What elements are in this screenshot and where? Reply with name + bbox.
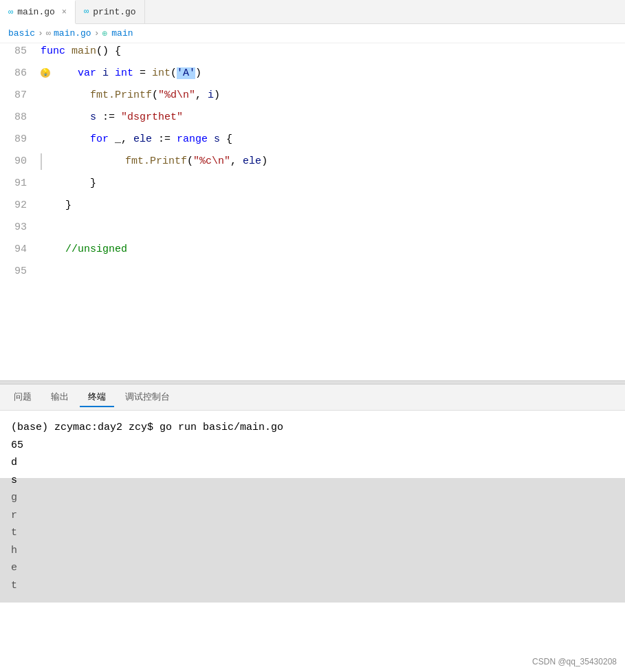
tab-print-go[interactable]: ∞ print.go: [76, 0, 145, 24]
tab-main-go[interactable]: ∞ main.go ×: [0, 0, 76, 24]
line-num-93: 93: [0, 219, 38, 236]
line-content-94: //unsigned: [38, 241, 625, 258]
terminal-output-h: h: [11, 542, 614, 560]
terminal-output-g: g: [11, 489, 614, 507]
line-content-90: fmt.Printf("%c\n", ele): [38, 153, 625, 170]
terminal-output-65: 65: [11, 437, 614, 455]
code-line-90: 90 fmt.Printf("%c\n", ele): [0, 153, 625, 175]
code-line-89: 89 for _, ele := range s {: [0, 131, 625, 153]
close-tab-button[interactable]: ×: [62, 8, 67, 17]
breadcrumb-main-go[interactable]: main.go: [54, 28, 91, 39]
breadcrumb-main-fn[interactable]: main: [111, 28, 133, 39]
line-num-95: 95: [0, 263, 38, 280]
line-num-92: 92: [0, 197, 38, 214]
code-line-94: 94 //unsigned: [0, 241, 625, 263]
breadcrumb-symbol-icon: ⊕: [102, 28, 107, 39]
line-content-86: 💡 var i int = int('A'): [38, 65, 625, 82]
bottom-tab-terminal[interactable]: 终端: [80, 388, 114, 407]
code-line-93: 93: [0, 219, 625, 241]
terminal-panel[interactable]: (base) zcymac:day2 zcy$ go run basic/mai…: [0, 411, 625, 672]
line-num-86: 86: [0, 65, 38, 82]
line-content-88: s := "dsgrthet": [38, 109, 625, 126]
terminal-command-line: (base) zcymac:day2 zcy$ go run basic/mai…: [11, 419, 614, 437]
code-line-92: 92 }: [0, 197, 625, 219]
code-editor: 85 func main() { 86 💡 var i int = int('A…: [0, 43, 625, 380]
go-file-icon-2: ∞: [84, 7, 89, 17]
line-num-87: 87: [0, 87, 38, 104]
bottom-tab-bar: 问题 输出 终端 调试控制台: [0, 384, 625, 411]
line-num-90: 90: [0, 153, 38, 170]
breadcrumb-file-icon: ∞: [46, 29, 51, 39]
terminal-output-r: r: [11, 507, 614, 525]
tab-bar: ∞ main.go × ∞ print.go: [0, 0, 625, 24]
tab-main-go-label: main.go: [17, 7, 55, 17]
line-content-87: fmt.Printf("%d\n", i): [38, 87, 625, 104]
terminal-output-e: e: [11, 559, 614, 577]
code-line-91: 91 }: [0, 175, 625, 197]
breadcrumb-sep-1: ›: [38, 28, 43, 39]
line-content-85: func main() {: [38, 43, 625, 60]
line-content-92: }: [38, 197, 625, 214]
tab-print-go-label: print.go: [93, 7, 135, 17]
code-line-85: 85 func main() {: [0, 43, 625, 65]
line-num-89: 89: [0, 131, 38, 148]
terminal-output-area: 65 d s g r t h e t: [11, 437, 614, 595]
line-num-94: 94: [0, 241, 38, 258]
terminal-output-t: t: [11, 524, 614, 542]
line-content-91: }: [38, 175, 625, 192]
line-num-88: 88: [0, 109, 38, 126]
code-line-87: 87 fmt.Printf("%d\n", i): [0, 87, 625, 109]
breadcrumb-basic[interactable]: basic: [8, 28, 35, 39]
bottom-tab-output[interactable]: 输出: [43, 388, 77, 407]
line-content-89: for _, ele := range s {: [38, 131, 625, 148]
bottom-tab-debug[interactable]: 调试控制台: [117, 388, 178, 407]
terminal-output-t2: t: [11, 577, 614, 595]
line-num-91: 91: [0, 175, 38, 192]
code-line-88: 88 s := "dsgrthet": [0, 109, 625, 131]
terminal-output-s: s: [11, 472, 614, 490]
breadcrumb: basic › ∞ main.go › ⊕ main: [0, 24, 625, 43]
code-line-86: 86 💡 var i int = int('A'): [0, 65, 625, 87]
terminal-output-d: d: [11, 454, 614, 472]
bottom-tab-problems[interactable]: 问题: [6, 388, 40, 407]
go-file-icon: ∞: [8, 8, 13, 17]
code-line-95: 95: [0, 263, 625, 285]
watermark: CSDN @qq_35430208: [532, 657, 617, 666]
breadcrumb-sep-2: ›: [94, 28, 100, 39]
hint-icon: 💡: [41, 68, 50, 78]
line-num-85: 85: [0, 43, 38, 60]
